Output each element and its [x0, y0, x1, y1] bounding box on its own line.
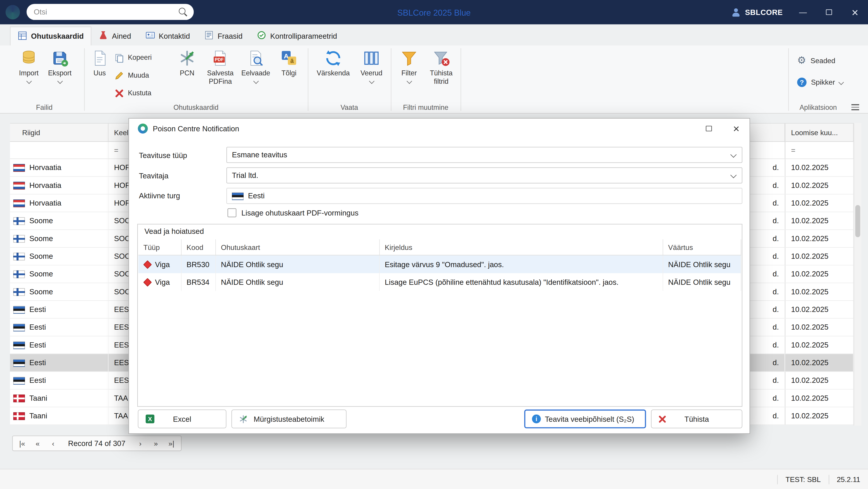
kopeeri-button[interactable]: Kopeeri	[114, 51, 152, 64]
field-label-aktiivne-turg: Aktiivne turg	[139, 192, 180, 200]
uus-button[interactable]: Uus	[88, 49, 112, 78]
salvesta-pdf-button[interactable]: PDF Salvesta PDFina	[204, 49, 237, 86]
flag-icon-hr	[13, 181, 25, 189]
tab-ained[interactable]: Ained	[92, 27, 138, 45]
creation-date: 10.02.2025	[785, 337, 854, 354]
ribbon-separator	[391, 48, 391, 111]
filter-cell-riigid[interactable]	[10, 142, 108, 159]
error-column-vaartus[interactable]: Väärtus	[663, 239, 741, 255]
select-value: Esmane teavitus	[232, 151, 287, 159]
tuhista-filtrid-button[interactable]: Tühista filtrid	[425, 49, 457, 86]
seaded-button[interactable]: ⚙ Seaded	[797, 55, 835, 65]
pdf-checkbox[interactable]	[227, 208, 236, 217]
tab-kontrolliparameetrid[interactable]: Kontrolliparameetrid	[250, 27, 344, 45]
error-card: NÄIDE Ohtlik segu	[216, 273, 380, 291]
eelvaade-button[interactable]: Eelvaade	[239, 49, 272, 83]
eksport-button[interactable]: Eksport	[45, 49, 74, 83]
button-label: Tühista	[684, 415, 709, 423]
database-icon	[20, 49, 38, 67]
contacts-tab-icon	[146, 31, 155, 42]
error-type: Viga	[155, 278, 170, 286]
flag-icon-dk	[13, 394, 25, 402]
creation-date: 10.02.2025	[785, 354, 854, 371]
account-label: SBLCORE	[745, 8, 783, 16]
teavita-button[interactable]: i Teavita veebipõhiselt (S₂S)	[524, 409, 646, 428]
error-column-ohutuskaart[interactable]: Ohutuskaart	[216, 239, 380, 255]
search-icon[interactable]	[179, 7, 188, 16]
tuhista-button[interactable]: Tühista	[651, 409, 742, 428]
nav-prev-button[interactable]: ‹	[45, 437, 61, 450]
ribbon-tab-strip: Ohutuskaardid Ained Kontaktid Fraasid Ko…	[0, 24, 868, 46]
nav-last-button[interactable]: »|	[163, 437, 179, 450]
chevron-down-icon	[730, 172, 737, 178]
info-icon: i	[532, 414, 541, 423]
title-bar: SBLCore 2025 Blue SBLCORE — ×	[0, 0, 868, 24]
ribbon: Import Eksport Failid Uus Kopeeri Muuda …	[0, 46, 868, 114]
error-row[interactable]: Viga BR534 NÄIDE Ohtlik segu Lisage EuPC…	[138, 273, 741, 291]
red-x-icon	[658, 415, 666, 423]
search-input[interactable]	[27, 8, 179, 16]
error-code: BR534	[182, 273, 216, 291]
country-name: Horvaatia	[29, 199, 61, 207]
filter-button[interactable]: Filter	[395, 49, 423, 83]
ribbon-menu-button[interactable]	[851, 104, 859, 110]
market-value: Eesti	[248, 192, 265, 200]
select-teavituse-tuup[interactable]: Esmane teavitus	[226, 147, 742, 163]
error-value: NÄIDE Ohtlik segu	[663, 273, 741, 291]
import-button[interactable]: Import	[14, 49, 43, 83]
error-row-selected[interactable]: Viga BR530 NÄIDE Ohtlik segu Esitage vär…	[138, 255, 741, 273]
creation-date: 10.02.2025	[785, 301, 854, 318]
murgistusteabetoimik-button[interactable]: Mürgistusteabetoimik	[231, 409, 346, 428]
nav-next-page-button[interactable]: »	[148, 437, 164, 450]
nav-first-button[interactable]: |«	[14, 437, 30, 450]
scrollbar-thumb[interactable]	[855, 205, 860, 237]
column-header-riigid[interactable]: Riigid	[10, 124, 108, 141]
copy-icon	[114, 53, 124, 63]
pdf-icon: PDF	[211, 49, 230, 67]
error-column-tuup[interactable]: Tüüp	[138, 239, 182, 255]
safety-cards-tab-icon	[18, 31, 27, 42]
aktiivne-turg-field[interactable]: Eesti	[226, 188, 742, 204]
chevron-down-icon	[253, 78, 258, 84]
tolgi-button[interactable]: Aä Tõlgi	[276, 49, 302, 78]
flag-icon-ee	[232, 192, 244, 200]
errors-group-label: Vead ja hoiatused	[145, 227, 204, 236]
column-header-loomise[interactable]: Loomise kuu...	[785, 124, 854, 141]
dialog-maximize-button[interactable]	[696, 119, 721, 139]
tab-label: Kontrolliparameetrid	[270, 32, 337, 40]
pencil-icon	[114, 70, 124, 80]
maximize-button[interactable]	[816, 0, 842, 24]
creation-date: 10.02.2025	[785, 407, 854, 425]
veerud-button[interactable]: Veerud	[355, 49, 388, 83]
nav-next-button[interactable]: ›	[132, 437, 148, 450]
account-menu[interactable]: SBLCORE	[732, 0, 783, 24]
tab-kontaktid[interactable]: Kontaktid	[138, 27, 197, 45]
kustuta-button[interactable]: Kustuta	[114, 86, 151, 100]
minimize-button[interactable]: —	[790, 0, 816, 24]
tab-label: Fraasid	[218, 32, 243, 40]
select-teavitaja[interactable]: Trial ltd.	[226, 167, 742, 183]
creation-date: 10.02.2025	[785, 177, 854, 194]
filter-cell-loomise[interactable]: =	[785, 142, 854, 159]
chevron-down-icon	[406, 78, 412, 84]
dialog-close-button[interactable]: ×	[724, 119, 749, 139]
pcn-button[interactable]: PCN	[174, 49, 200, 78]
record-navigator: |« « ‹ Record 74 of 307 › » »|	[12, 436, 181, 451]
search-box	[27, 4, 194, 20]
error-column-kirjeldus[interactable]: Kirjeldus	[380, 239, 663, 255]
error-column-kood[interactable]: Kood	[182, 239, 216, 255]
excel-button[interactable]: X Excel	[138, 409, 226, 428]
filter-equals-operator: =	[791, 146, 796, 154]
tab-fraasid[interactable]: Fraasid	[197, 27, 250, 45]
vertical-scrollbar[interactable]	[854, 123, 861, 425]
tab-label: Kontaktid	[159, 32, 190, 40]
chevron-down-icon	[730, 151, 737, 158]
muuda-button[interactable]: Muuda	[114, 69, 149, 82]
close-button[interactable]: ×	[842, 0, 868, 24]
tab-ohutuskaardid[interactable]: Ohutuskaardid	[10, 27, 91, 45]
dialog-title: Poison Centre Notification	[153, 124, 239, 133]
spikker-button[interactable]: ? Spikker	[797, 78, 843, 87]
nav-prev-page-button[interactable]: «	[30, 437, 45, 450]
creation-date: 10.02.2025	[785, 212, 854, 229]
varskenda-button[interactable]: Värskenda	[315, 49, 351, 78]
